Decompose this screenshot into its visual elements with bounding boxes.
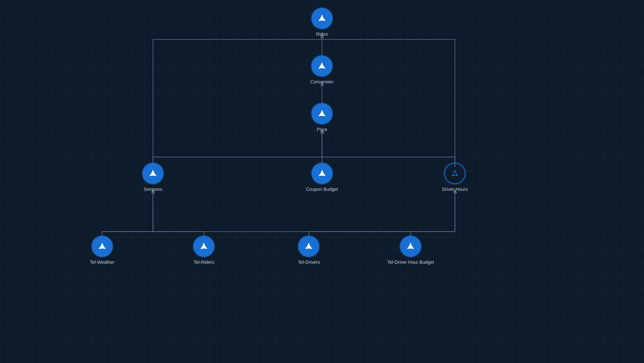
triangle-icon-telweather	[97, 242, 107, 251]
svg-line-51	[452, 171, 455, 175]
node-teldrivers[interactable]: Tel-Drivers	[298, 236, 320, 265]
node-sessions[interactable]: Sessions	[142, 163, 163, 192]
node-price[interactable]: Price	[311, 103, 333, 132]
svg-marker-45	[452, 171, 458, 175]
node-telweather[interactable]: Tel-Weather	[90, 236, 114, 265]
svg-line-49	[455, 171, 458, 175]
node-label-price: Price	[317, 127, 327, 132]
node-conversion[interactable]: Conversion	[311, 56, 334, 84]
node-circle-coupon[interactable]	[311, 163, 333, 184]
node-teldriverhour[interactable]: Tel-Driver Hour Budget	[387, 236, 434, 265]
node-label-sessions: Sessions	[144, 187, 162, 192]
svg-marker-73	[408, 244, 413, 248]
svg-marker-59	[201, 244, 206, 248]
node-circle-telweather[interactable]	[92, 236, 113, 257]
node-label-telriders: Tel-Riders	[193, 260, 214, 265]
triangle-icon-price	[317, 109, 327, 118]
node-label-conversion: Conversion	[311, 79, 334, 84]
node-circle-sessions[interactable]	[142, 163, 163, 184]
svg-marker-31	[150, 171, 156, 175]
node-circle-driverhours[interactable]	[444, 163, 465, 184]
node-coupon[interactable]: Coupon Budget	[306, 163, 338, 192]
triangle-icon-telriders	[199, 242, 208, 251]
node-circle-teldrivers[interactable]	[298, 236, 319, 257]
graph-container: Rides Conversion	[0, 0, 644, 363]
node-label-teldriverhour: Tel-Driver Hour Budget	[387, 260, 434, 265]
node-label-telweather: Tel-Weather	[90, 260, 114, 265]
node-circle-rides[interactable]	[311, 8, 333, 29]
node-label-driverhours: Driver Hours	[442, 187, 468, 192]
node-circle-teldriverhour[interactable]	[400, 236, 421, 257]
node-circle-conversion[interactable]	[311, 56, 333, 77]
node-telriders[interactable]: Tel-Riders	[193, 236, 214, 265]
triangle-icon-conversion	[317, 61, 327, 71]
node-label-teldrivers: Tel-Drivers	[298, 260, 320, 265]
svg-marker-24	[319, 111, 325, 116]
triangle-icon-teldrivers	[304, 242, 313, 251]
triangle-icon-driverhours	[450, 169, 460, 178]
svg-marker-52	[99, 244, 105, 248]
triangle-icon-teldriverhour	[406, 242, 415, 251]
svg-marker-10	[319, 16, 325, 20]
node-label-rides: Rides	[316, 32, 328, 37]
triangle-icon-rides	[317, 14, 327, 23]
svg-marker-17	[319, 63, 325, 68]
triangle-icon-sessions	[148, 169, 158, 178]
node-rides[interactable]: Rides	[311, 8, 333, 37]
node-circle-price[interactable]	[311, 103, 333, 124]
triangle-icon-coupon	[317, 169, 327, 178]
node-circle-telriders[interactable]	[193, 236, 214, 257]
svg-marker-38	[319, 171, 325, 175]
node-label-coupon: Coupon Budget	[306, 187, 338, 192]
svg-marker-66	[306, 244, 311, 248]
node-driverhours[interactable]: Driver Hours	[442, 163, 468, 192]
